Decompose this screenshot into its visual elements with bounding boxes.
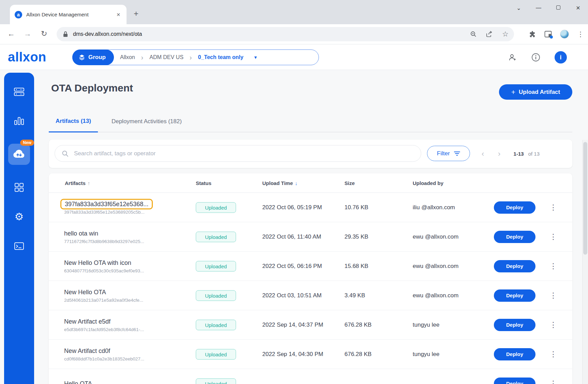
browser-tab[interactable]: a Allxon Device Management ✕: [10, 5, 127, 24]
info-icon[interactable]: [531, 53, 540, 62]
row-menu-icon[interactable]: ⋮: [549, 350, 557, 359]
sidebar-item-devices[interactable]: [10, 85, 29, 99]
forward-icon[interactable]: →: [24, 29, 31, 38]
breadcrumb-item-adm-dev-us[interactable]: ADM DEV US: [143, 54, 190, 60]
uploader-cell: iliu @allxon.com: [413, 204, 455, 211]
upload-artifact-label: Upload Artifact: [519, 89, 560, 96]
uploader-cell: ewu @allxon.com: [413, 233, 458, 240]
search-toolbar-card: Filter ‹ › 1-13 of 13: [49, 140, 572, 168]
uploader-cell: ewu @allxon.com: [413, 292, 458, 299]
status-cell: Uploaded: [196, 290, 236, 301]
table-row: New Artifact e5df e5df3b697c1facfd952eb3…: [49, 310, 572, 340]
tab-deployment-activities[interactable]: Deployment Activities (182): [105, 110, 189, 132]
artifact-name[interactable]: hello ota win: [64, 230, 98, 237]
table-header: Artifacts↑ Status Upload Time↓ Size Uplo…: [49, 173, 572, 193]
status-badge: Uploaded: [196, 378, 236, 384]
upload-artifact-button[interactable]: + Upload Artifact: [499, 84, 572, 100]
lock-icon: [63, 31, 68, 38]
artifact-name-cell: New Hello OTA 2d5f4061b213a071e5a92ea0f3…: [64, 288, 143, 302]
window-maximize-button[interactable]: [548, 5, 568, 11]
deploy-cell: Deploy: [494, 348, 535, 360]
sidebar-item-settings[interactable]: ⚙: [10, 210, 29, 224]
sort-desc-icon[interactable]: ↓: [295, 180, 298, 186]
layers-icon: [78, 54, 85, 61]
side-panel-icon[interactable]: [544, 31, 552, 38]
tab-search-icon[interactable]: ⌄: [509, 5, 529, 11]
page-scrollbar[interactable]: [582, 140, 588, 384]
artifacts-table: Artifacts↑ Status Upload Time↓ Size Uplo…: [49, 173, 572, 384]
new-tab-button[interactable]: +: [134, 10, 138, 18]
window-close-button[interactable]: ✕: [568, 5, 588, 11]
zoom-icon[interactable]: [470, 31, 477, 38]
scrollbar-thumb[interactable]: [583, 142, 587, 255]
chevron-down-icon[interactable]: ▾: [254, 54, 257, 60]
sort-asc-icon[interactable]: ↑: [88, 180, 90, 186]
sidebar-item-apps[interactable]: [10, 181, 29, 194]
group-selector[interactable]: Group: [72, 49, 114, 65]
artifact-name-cell: hello ota win 7711672f6c7f3d8b9638b9d329…: [64, 230, 144, 244]
back-icon[interactable]: ←: [8, 29, 15, 38]
deploy-button[interactable]: Deploy: [494, 348, 535, 360]
browser-menu-icon[interactable]: ⋮: [577, 30, 584, 38]
size-cell: 29.35 KB: [344, 233, 368, 240]
group-label: Group: [88, 54, 106, 61]
artifact-name[interactable]: Hello OTA: [64, 380, 92, 384]
deploy-button[interactable]: Deploy: [494, 319, 535, 331]
row-menu-icon[interactable]: ⋮: [549, 379, 557, 384]
column-upload-time[interactable]: Upload Time↓: [262, 180, 297, 186]
artifact-name-cell: 397fa833a3d33f65e12e5368... 397fa833a3d3…: [64, 200, 149, 214]
deploy-button[interactable]: Deploy: [494, 378, 535, 384]
pagination-prev-icon[interactable]: ‹: [476, 150, 490, 158]
row-menu-icon[interactable]: ⋮: [549, 232, 557, 241]
row-menu-icon[interactable]: ⋮: [549, 203, 557, 212]
filter-button[interactable]: Filter: [427, 146, 470, 161]
window-minimize-button[interactable]: —: [529, 5, 548, 11]
artifact-name[interactable]: New Hello OTA: [64, 288, 106, 296]
user-avatar[interactable]: i: [555, 51, 567, 63]
uploader-cell: ewu @allxon.com: [413, 263, 458, 270]
table-row: 397fa833a3d33f65e12e5368... 397fa833a3d3…: [49, 193, 572, 222]
artifact-hash: 7711672f6c7f3d8b9638b9d3297e025...: [64, 239, 144, 244]
bookmark-star-icon[interactable]: ☆: [502, 30, 509, 38]
deploy-button[interactable]: Deploy: [494, 260, 535, 272]
deploy-button[interactable]: Deploy: [494, 231, 535, 243]
tab-artifacts[interactable]: Artifacts (13): [49, 110, 98, 132]
status-cell: Uploaded: [196, 319, 236, 330]
deploy-cell: Deploy: [494, 231, 535, 243]
artifact-name[interactable]: New Artifact e5df: [64, 318, 111, 325]
row-menu-icon[interactable]: ⋮: [549, 291, 557, 300]
reload-icon[interactable]: ↻: [41, 29, 47, 38]
deploy-button[interactable]: Deploy: [494, 201, 535, 214]
browser-profile-avatar[interactable]: [560, 30, 569, 39]
extensions-icon[interactable]: [529, 30, 536, 38]
panel-notification-dot: [550, 35, 553, 39]
breadcrumb-item-tech-team[interactable]: 0_Tech team only: [192, 54, 250, 60]
sidebar-item-ota-deployment[interactable]: New: [8, 144, 30, 165]
allxon-logo[interactable]: allxon: [8, 50, 46, 65]
sidebar-item-terminal[interactable]: [10, 239, 29, 253]
tab-close-icon[interactable]: ✕: [115, 11, 122, 18]
artifact-hash: e5df3b697c1facfd952eb3f8cfc64d61-...: [64, 327, 144, 332]
breadcrumb-item-allxon[interactable]: Allxon: [114, 54, 141, 60]
row-menu-icon[interactable]: ⋮: [549, 321, 557, 329]
address-bar[interactable]: dms-dev.allxon.com/next/ota ☆: [57, 27, 514, 41]
search-input[interactable]: [74, 150, 414, 157]
sidebar-item-analytics[interactable]: [10, 114, 29, 128]
artifact-name[interactable]: 397fa833a3d33f65e12e5368...: [60, 199, 153, 209]
invite-user-icon[interactable]: [508, 53, 517, 61]
column-status: Status: [196, 180, 211, 186]
pagination-next-icon[interactable]: ›: [493, 150, 506, 158]
column-uploaded-by: Uploaded by: [413, 180, 443, 186]
artifact-name[interactable]: New Artifact cd0f: [64, 347, 110, 354]
column-artifacts[interactable]: Artifacts↑: [65, 180, 90, 186]
deploy-cell: Deploy: [494, 319, 535, 331]
browser-tabstrip: a Allxon Device Management ✕ + ⌄ — ✕: [0, 0, 588, 24]
artifact-name[interactable]: New Hello OTA with icon: [64, 259, 131, 266]
artifact-name-cell: New Artifact e5df e5df3b697c1facfd952eb3…: [64, 318, 144, 332]
share-icon[interactable]: [486, 31, 493, 38]
artifact-hash: 2d5f4061b213a071e5a92ea0f3e4cfe...: [64, 297, 143, 302]
plus-icon: +: [511, 88, 515, 96]
deploy-button[interactable]: Deploy: [494, 289, 535, 302]
search-field[interactable]: [55, 145, 421, 162]
row-menu-icon[interactable]: ⋮: [549, 262, 557, 271]
